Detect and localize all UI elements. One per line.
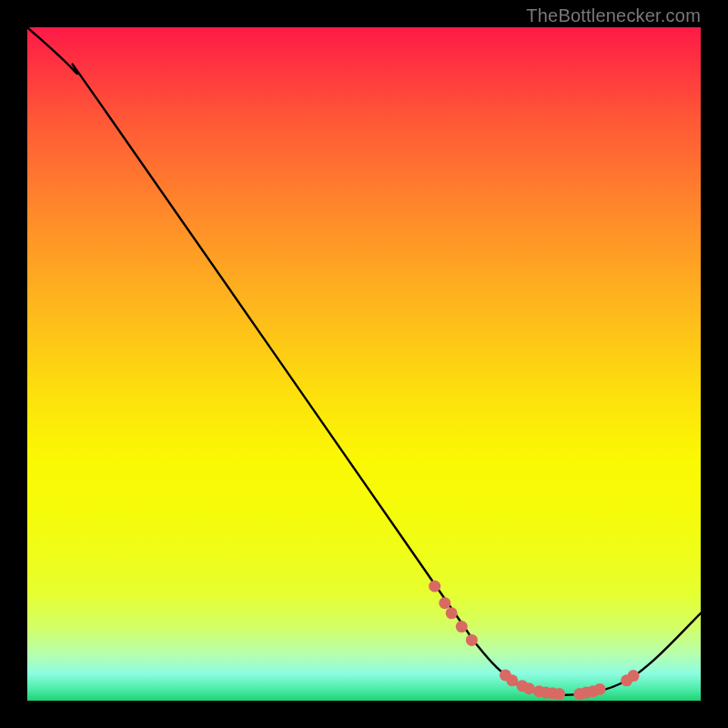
data-marker bbox=[523, 682, 535, 694]
data-marker bbox=[594, 683, 606, 695]
data-marker bbox=[439, 597, 450, 609]
marker-group bbox=[429, 581, 639, 700]
plot-area bbox=[27, 27, 701, 701]
attribution-text: TheBottlenecker.com bbox=[526, 5, 701, 26]
outer-frame: TheBottlenecker.com bbox=[0, 0, 728, 728]
data-marker bbox=[429, 581, 440, 592]
data-marker bbox=[446, 607, 458, 619]
curve-layer bbox=[27, 27, 701, 701]
data-marker bbox=[466, 634, 478, 646]
bottleneck-curve bbox=[27, 27, 701, 695]
data-marker bbox=[628, 670, 640, 682]
data-marker bbox=[553, 688, 565, 700]
data-marker bbox=[456, 621, 468, 632]
data-marker bbox=[506, 674, 518, 686]
